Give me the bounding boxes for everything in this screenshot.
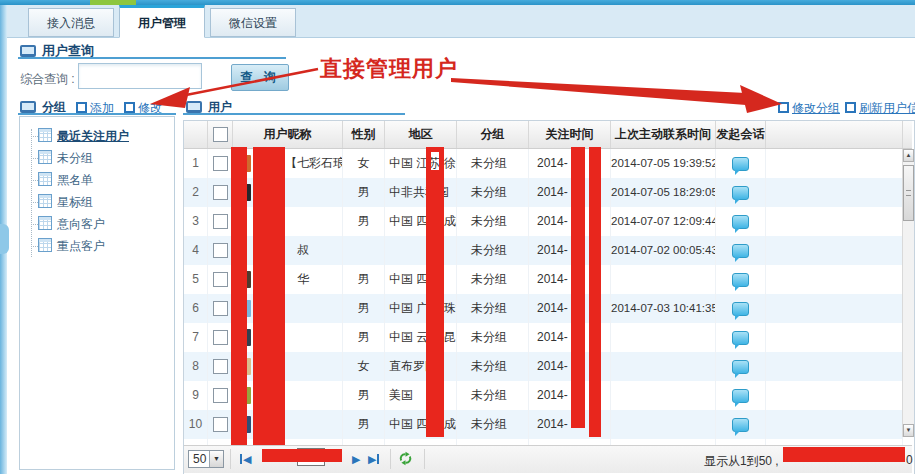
group-tree-item[interactable]: 重点客户 xyxy=(20,235,174,257)
grid-table-icon xyxy=(38,194,52,208)
refresh-user-info-link[interactable]: 刷新用户信息 xyxy=(845,100,915,117)
tree-connector xyxy=(31,202,38,203)
select-all-checkbox[interactable] xyxy=(213,127,228,142)
chat-cell xyxy=(716,265,766,294)
tab-access-messages[interactable]: 接入消息 xyxy=(28,8,114,37)
row-checkbox[interactable] xyxy=(213,185,228,200)
row-checkbox-cell xyxy=(208,352,233,381)
last-contact-cell xyxy=(611,265,716,294)
row-checkbox-cell xyxy=(208,323,233,352)
scrollbar-thumb[interactable] xyxy=(903,165,914,221)
row-checkbox-cell xyxy=(208,178,233,207)
group-label: 意向客户 xyxy=(57,217,105,231)
region-cell: 中国 四川 成都 xyxy=(385,207,457,236)
group-tree-panel: 最近关注用户未分组黑名单星标组意向客户重点客户 xyxy=(19,116,175,470)
row-checkbox[interactable] xyxy=(213,359,228,374)
vertical-scrollbar[interactable]: ▲ ▼ xyxy=(902,149,914,437)
row-checkbox-cell xyxy=(208,265,233,294)
row-checkbox[interactable] xyxy=(213,243,228,258)
modify-group-link[interactable]: 修改分组 xyxy=(778,100,840,117)
row-checkbox[interactable] xyxy=(213,272,228,287)
filler-cell xyxy=(766,294,903,323)
query-button[interactable]: 查 询 xyxy=(231,64,289,91)
chat-bubble-icon[interactable] xyxy=(732,157,749,171)
last-contact-cell: 2014-07-05 18:29:05 xyxy=(611,178,716,207)
group-tree-item[interactable]: 黑名单 xyxy=(20,169,174,191)
chat-cell xyxy=(716,294,766,323)
next-page-button[interactable]: ▶ xyxy=(352,452,360,466)
table-row: 9男美国未分组2014- xyxy=(184,381,903,410)
first-page-button[interactable]: ◀ xyxy=(239,452,251,466)
record-count-info: 显示从1到50 , xyxy=(704,453,779,470)
region-cell: 美国 xyxy=(385,381,457,410)
filler-cell xyxy=(766,323,903,352)
filler-cell xyxy=(766,352,903,381)
chat-cell xyxy=(716,381,766,410)
chat-bubble-icon[interactable] xyxy=(732,331,749,345)
section-underline xyxy=(18,57,286,59)
last-contact-cell xyxy=(611,352,716,381)
chat-bubble-icon[interactable] xyxy=(732,302,749,316)
filler-cell xyxy=(766,410,903,439)
refresh-icon[interactable] xyxy=(398,451,413,469)
scroll-down-button[interactable]: ▼ xyxy=(903,424,914,437)
redaction-bar xyxy=(231,147,247,445)
monitor-icon xyxy=(186,101,202,113)
grid-table-icon xyxy=(38,216,52,230)
row-checkbox[interactable] xyxy=(213,388,228,403)
table-row: 8女直布罗陀未分组2014- xyxy=(184,352,903,381)
table-row: 7男中国 云南 昆明未分组2014- xyxy=(184,323,903,352)
header-checkbox-cell xyxy=(208,121,233,148)
nickname-cell xyxy=(233,178,343,207)
header-rownum-cell xyxy=(184,121,208,148)
nickname-cell xyxy=(233,323,343,352)
region-cell: 中国 广东 珠海 xyxy=(385,294,457,323)
last-contact-cell: 2014-07-03 10:41:35 xyxy=(611,294,716,323)
tab-user-management[interactable]: 用户管理 xyxy=(119,5,205,38)
region-cell: 中国 江苏 徐州 xyxy=(385,149,457,178)
group-tree-item[interactable]: 最近关注用户 xyxy=(20,125,174,147)
last-contact-cell: 2014-07-02 00:05:43 xyxy=(611,236,716,265)
grid-table-icon xyxy=(38,128,52,142)
search-input[interactable] xyxy=(78,63,202,89)
row-number: 5 xyxy=(184,265,208,294)
tab-wechat-settings[interactable]: 微信设置 xyxy=(210,8,296,37)
chat-bubble-icon[interactable] xyxy=(732,273,749,287)
chat-bubble-icon[interactable] xyxy=(732,418,749,432)
table-row: 5华男中国 四川未分组2014- xyxy=(184,265,903,294)
row-checkbox[interactable] xyxy=(213,156,228,171)
chat-bubble-icon[interactable] xyxy=(732,186,749,200)
row-checkbox[interactable] xyxy=(213,214,228,229)
group-tree-item[interactable]: 未分组 xyxy=(20,147,174,169)
grid-table-icon xyxy=(38,172,52,186)
last-page-button[interactable]: ▶ xyxy=(368,452,380,466)
chat-bubble-icon[interactable] xyxy=(732,244,749,258)
row-number: 4 xyxy=(184,236,208,265)
group-label: 最近关注用户 xyxy=(57,129,129,143)
chat-bubble-icon[interactable] xyxy=(732,215,749,229)
header-cell-5: 上次主动联系时间 xyxy=(611,121,716,148)
group-tree-item[interactable]: 意向客户 xyxy=(20,213,174,235)
window-icon xyxy=(845,102,856,113)
filler-cell xyxy=(766,236,903,265)
gender-cell: 女 xyxy=(343,352,385,381)
chat-bubble-icon[interactable] xyxy=(732,389,749,403)
chat-cell xyxy=(716,178,766,207)
filler-cell xyxy=(766,149,903,178)
bar-icon xyxy=(377,454,379,464)
group-tree-item[interactable]: 星标组 xyxy=(20,191,174,213)
row-checkbox[interactable] xyxy=(213,301,228,316)
page-size-select[interactable]: 50 ▼ xyxy=(188,450,224,468)
panel-collapse-handle[interactable] xyxy=(0,224,9,254)
row-checkbox[interactable] xyxy=(213,417,228,432)
users-grid: 用户昵称性别地区分组关注时间上次主动联系时间发起会话 1【七彩石琅女中国 江苏 … xyxy=(183,120,915,474)
scroll-up-button[interactable]: ▲ xyxy=(903,149,914,162)
row-number: 7 xyxy=(184,323,208,352)
chat-bubble-icon[interactable] xyxy=(732,360,749,374)
row-checkbox[interactable] xyxy=(213,330,228,345)
nickname-cell xyxy=(233,381,343,410)
tree-connector xyxy=(31,158,38,159)
tree-connector xyxy=(31,180,38,181)
grid-table-icon xyxy=(38,238,52,252)
gender-cell: 男 xyxy=(343,323,385,352)
